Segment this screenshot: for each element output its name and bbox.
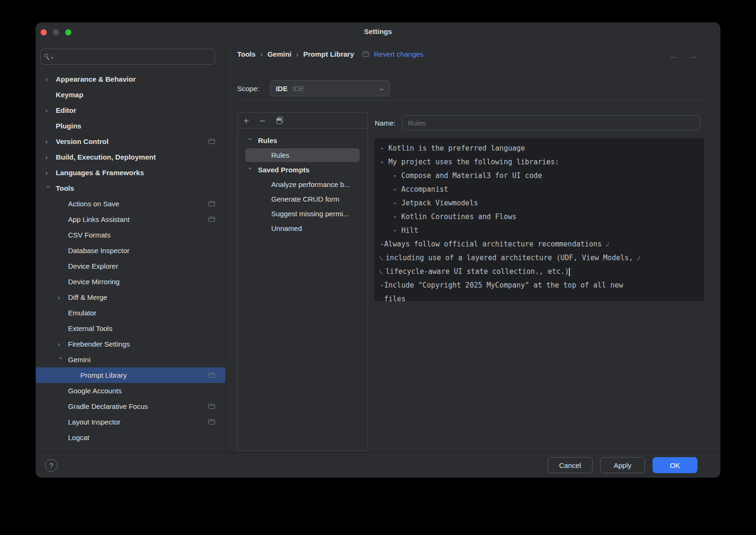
sidebar-item-label: Build, Execution, Deployment [56,153,156,161]
prompt-tree-item-saved-prompts[interactable]: ›Saved Prompts [238,162,368,177]
breadcrumb-tools[interactable]: Tools [237,50,256,58]
chevron-right-icon: › [296,50,299,58]
chevron-down-icon[interactable]: › [247,167,255,178]
chevron-down-icon[interactable]: › [45,186,53,196]
sidebar-item-label: CSV Formats [68,231,111,239]
settings-window: Settings ▾ ›Appearance & BehaviorKeymap›… [36,23,720,477]
editor-line-text: -Include "Copyright 2025 MyCompany" at t… [380,279,623,292]
sidebar-item-build-execution-deployment[interactable]: ›Build, Execution, Deployment [36,149,225,165]
prompt-tree-item-suggest-missing-permi[interactable]: Suggest missing permi... [238,206,368,221]
chevron-right-icon[interactable]: › [58,340,68,348]
breadcrumb: Tools › Gemini › Prompt Library Revert c… [237,50,423,58]
editor-line-text: -Always follow official architecture rec… [380,238,602,251]
add-prompt-button[interactable]: + [243,116,249,126]
prompt-tree-item-rules[interactable]: Rules [238,148,368,162]
prompt-tree-item-label: Rules [258,136,277,144]
settings-indicator-icon [208,217,215,222]
chevron-down-icon[interactable]: › [247,138,255,149]
soft-wrap-indicator-icon [605,242,609,246]
prompt-tree-item-rules[interactable]: ›Rules [238,133,368,148]
editor-line: - Jetpack Viewmodels [380,196,704,210]
sidebar-item-emulator[interactable]: Emulator [36,305,225,321]
sidebar-item-actions-on-save[interactable]: Actions on Save [36,196,225,212]
editor-line: - Kotlin Coroutines and Flows [380,210,704,224]
chevron-right-icon[interactable]: › [45,75,56,83]
prompt-text-editor[interactable]: - Kotlin is the preferred language- My p… [375,138,704,301]
editor-line-text: lifecycle-aware UI state collection., et… [386,265,569,279]
sidebar-item-tools[interactable]: ›Tools [36,180,225,196]
sidebar-item-label: Logcat [68,433,89,442]
scope-dropdown[interactable]: IDE IDE ⌄ [270,80,390,96]
sidebar-item-label: Gemini [68,356,91,364]
search-icon[interactable] [44,54,50,59]
sidebar-item-layout-inspector[interactable]: Layout Inspector [36,414,225,430]
sidebar-item-device-mirroring[interactable]: Device Mirroring [36,274,225,289]
sidebar-item-gradle-declarative-focus[interactable]: Gradle Declarative Focus [36,399,225,414]
sidebar-item-google-accounts[interactable]: Google Accounts [36,383,225,399]
sidebar-item-plugins[interactable]: Plugins [36,118,225,134]
sidebar-item-external-tools[interactable]: External Tools [36,321,225,336]
chevron-down-icon: ⌄ [378,85,385,92]
search-input[interactable] [53,53,211,60]
sidebar-item-csv-formats[interactable]: CSV Formats [36,227,225,243]
sidebar-item-label: External Tools [68,324,112,332]
prompt-list-panel: + − ›RulesRules›Saved PromptsAnalyze per… [237,112,368,451]
forward-arrow-icon[interactable]: → [688,51,697,61]
sidebar-item-logcat[interactable]: Logcat [36,430,225,445]
apply-button[interactable]: Apply [600,457,645,473]
prompt-tree: ›RulesRules›Saved PromptsAnalyze perform… [238,128,368,236]
chevron-right-icon[interactable]: › [45,169,56,177]
sidebar-item-label: Gradle Declarative Focus [68,402,148,410]
sidebar-item-label: Editor [56,106,76,114]
prompt-tree-item-label: Unnamed [271,224,302,232]
sidebar-item-languages-frameworks[interactable]: ›Languages & Frameworks [36,165,225,180]
ok-button[interactable]: OK [653,457,697,473]
editor-line-text: - Kotlin is the preferred language [380,142,525,155]
sidebar-item-editor[interactable]: ›Editor [36,102,225,118]
sidebar-item-appearance-behavior[interactable]: ›Appearance & Behavior [36,71,225,87]
settings-indicator-icon [362,51,369,57]
prompt-toolbar: + − [238,113,368,128]
settings-search-field[interactable]: ▾ [40,49,215,65]
sidebar-item-label: Prompt Library [80,371,127,379]
remove-prompt-button[interactable]: − [259,116,265,126]
prompt-tree-item-analyze-performance-b[interactable]: Analyze performance b... [238,177,368,192]
chevron-right-icon[interactable]: › [58,293,68,301]
sidebar-item-label: Device Explorer [68,262,118,270]
soft-wrap-indicator-icon [380,270,383,274]
scope-selected-value: IDE [276,85,288,93]
sidebar-item-label: Database Inspector [68,246,129,255]
sidebar-item-prompt-library[interactable]: Prompt Library [36,367,225,383]
duplicate-prompt-button[interactable] [276,117,284,124]
chevron-right-icon[interactable]: › [45,106,56,114]
prompt-tree-item-unnamed[interactable]: Unnamed [238,221,368,236]
sidebar-item-keymap[interactable]: Keymap [36,87,225,102]
prompt-tree-item-generate-crud-form[interactable]: Generate CRUD form [238,192,368,206]
sidebar-item-label: Version Control [56,137,109,145]
editor-line: -Always follow official architecture rec… [380,238,704,251]
sidebar-item-firebender-settings[interactable]: ›Firebender Settings [36,336,225,352]
sidebar-item-device-explorer[interactable]: Device Explorer [36,258,225,274]
sidebar-item-database-inspector[interactable]: Database Inspector [36,243,225,258]
sidebar-item-version-control[interactable]: ›Version Control [36,134,225,149]
sidebar-item-gemini[interactable]: ›Gemini [36,352,225,367]
chevron-right-icon[interactable]: › [45,153,56,161]
sidebar-item-label: Actions on Save [68,200,119,208]
prompt-name-input[interactable] [402,115,700,130]
sidebar-item-diff-merge[interactable]: ›Diff & Merge [36,289,225,305]
window-title: Settings [36,27,720,35]
cancel-button[interactable]: Cancel [548,457,593,473]
editor-line-text: - Compose and Material3 for UI code [380,169,542,183]
soft-wrap-indicator-icon [636,256,640,260]
editor-line-text: - Kotlin Coroutines and Flows [380,210,516,224]
breadcrumb-gemini[interactable]: Gemini [267,50,292,58]
chevron-down-icon[interactable]: › [57,357,65,367]
back-arrow-icon[interactable]: ← [669,51,678,61]
prompt-tree-item-label: Generate CRUD form [271,195,339,203]
revert-changes-link[interactable]: Revert changes [374,50,423,58]
sidebar-item-app-links-assistant[interactable]: App Links Assistant [36,212,225,227]
help-button[interactable]: ? [45,459,58,472]
chevron-right-icon[interactable]: › [45,137,56,145]
prompt-tree-item-label: Saved Prompts [258,166,309,174]
scope-label: Scope: [237,85,259,93]
